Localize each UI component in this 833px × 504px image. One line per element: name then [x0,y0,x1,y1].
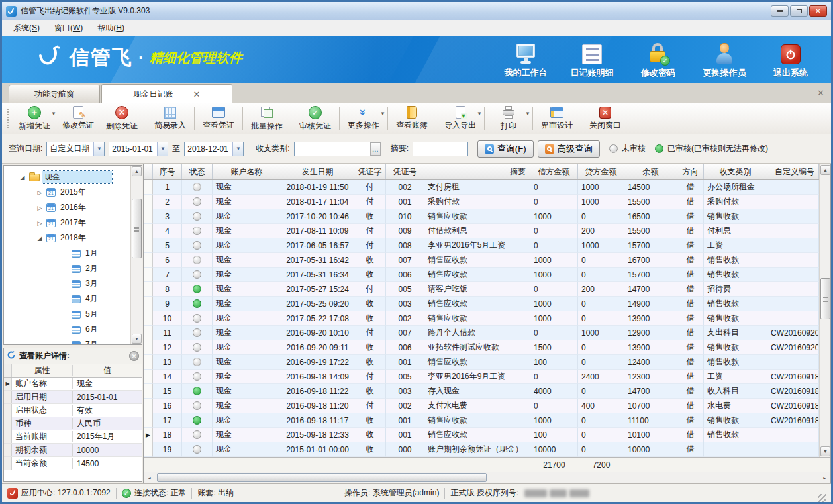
column-header-凭证字[interactable]: 凭证字 [354,164,386,179]
chevron-down-icon[interactable]: ▼ [477,111,482,117]
detail-row[interactable]: 币种人民币 [4,417,142,430]
category-input[interactable] [294,142,381,156]
toolbar-button-batch-operate[interactable]: 批量操作 [245,105,289,132]
column-header-凭证号[interactable]: 凭证号 [386,164,424,179]
toolbar-button-edit-voucher[interactable]: 修改凭证 [56,105,100,132]
scroll-down-icon[interactable]: ▼ [132,334,142,344]
header-action-journal-detail[interactable]: 日记账明细 [570,42,614,79]
tree-node-year-2017年[interactable]: ▷2017年 [36,215,130,230]
tree-node-root[interactable]: ◢现金 [19,170,130,185]
detail-row[interactable]: ▶账户名称现金 [4,378,142,391]
horizontal-scrollbar[interactable]: ◄ ► [144,472,830,483]
tree-expander-icon[interactable]: ▷ [36,220,44,227]
detail-row[interactable]: 启用状态有效 [4,404,142,417]
toolbar-button-more-actions[interactable]: »更多操作▼ [342,105,385,132]
chevron-down-icon[interactable]: ▼ [380,111,385,117]
toolbar-button-add-voucher[interactable]: +新增凭证▼ [13,105,56,132]
chevron-down-icon[interactable]: ▼ [51,111,56,117]
scroll-right-icon[interactable]: ► [820,473,830,482]
table-row[interactable]: 6现金2017-05-31 16:42收007销售应收款1000016700借销… [144,253,819,268]
resize-grip[interactable] [818,494,826,502]
table-row[interactable]: ▶18现金2015-09-18 12:33收001销售应收款100010100借… [144,428,819,442]
maximize-button[interactable] [790,5,808,17]
scroll-up-icon[interactable]: ▲ [820,165,830,175]
table-row[interactable]: 9现金2017-05-25 09:20收003销售应收款1000014900借销… [144,297,819,311]
scroll-up-icon[interactable]: ▲ [132,166,142,176]
tree-scrollbar[interactable]: ▲ ▼ [130,166,142,344]
table-row[interactable]: 17现金2016-09-18 11:17收001销售应收款1000011100借… [144,413,819,428]
toolbar-button-quick-entry[interactable]: 简易录入 [148,105,192,132]
table-row[interactable]: 12现金2016-09-20 09:11收006亚拓软件测试应收款1500013… [144,340,819,355]
detail-row[interactable]: 期初余额10000 [4,444,142,457]
search-button[interactable]: 查询(F) [477,140,534,158]
tree-expander-icon[interactable]: ▷ [36,205,44,211]
tree-node-month-3月[interactable]: 3月 [61,276,130,291]
detail-row[interactable]: 当前账期2015年1月 [4,430,142,444]
column-header-序号[interactable]: 序号 [153,164,182,179]
chevron-down-icon[interactable]: ▼ [232,142,243,156]
table-row[interactable]: 3现金2017-10-20 10:46收010销售应收款1000016500借销… [144,209,819,224]
detail-row[interactable]: 当前余额14500 [4,457,142,470]
table-row[interactable]: 8现金2017-05-27 15:24付005请客户吃饭020014700借招待… [144,282,819,297]
category-lookup-button[interactable]: … [370,142,381,156]
menu-item-help[interactable]: 帮助(H) [91,21,130,36]
column-header-自定义编号[interactable]: 自定义编号 [767,164,819,179]
detail-close-icon[interactable]: ✕ [129,351,139,361]
column-header-发生日期[interactable]: 发生日期 [281,164,354,179]
tree-expander-icon[interactable]: ◢ [36,235,44,242]
chevron-down-icon[interactable]: ▼ [93,142,104,156]
tree-node-month-4月[interactable]: 4月 [61,291,130,307]
tree-scrollbar-thumb[interactable] [132,199,142,258]
table-row[interactable]: 11现金2016-09-20 10:10付007路丹个人借款0100012900… [144,326,819,340]
horizontal-scrollbar-thumb[interactable] [157,473,487,482]
toolbar-button-delete-voucher[interactable]: ✕删除凭证 [100,105,144,132]
tree-node-year-2016年[interactable]: ▷2016年 [36,200,130,215]
column-header-贷方金额[interactable]: 贷方金额 [578,164,624,179]
column-header-状态[interactable]: 状态 [182,164,213,179]
menu-item-window[interactable]: 窗口(W) [48,21,89,36]
detail-row[interactable]: 启用日期2015-01-01 [4,391,142,404]
header-action-exit-system[interactable]: 退出系统 [769,42,812,79]
close-button[interactable]: ✕ [809,5,827,17]
table-row[interactable]: 19现金2015-01-01 00:00收000账户期初余额凭证（现金）1000… [144,442,819,457]
table-scrollbar-thumb[interactable] [820,278,830,319]
toolbar-button-ui-design[interactable]: 界面设计 [535,105,579,132]
table-row[interactable]: 2现金2018-01-17 11:04付001采购付款0100015500借采购… [144,195,819,209]
detail-header-attr[interactable]: 属性 [12,365,73,376]
tree-node-month-2月[interactable]: 2月 [61,261,130,276]
toolbar-button-import-export[interactable]: 导入导出▼ [438,105,482,132]
scroll-left-icon[interactable]: ◄ [144,473,154,482]
table-row[interactable]: 5现金2017-06-05 16:57付008李亚男2016年5月工资01000… [144,238,819,253]
table-row[interactable]: 7现金2017-05-31 16:34收006销售应收款1000015700借销… [144,268,819,282]
tree-node-month-7月[interactable]: 7月 [61,337,130,345]
chevron-down-icon[interactable]: ▼ [157,142,168,156]
table-row[interactable]: 16现金2016-09-18 11:20付002支付水电费040010700借水… [144,399,819,413]
toolbar-button-close-window[interactable]: ✕关闭窗口 [583,105,627,132]
detail-header-value[interactable]: 值 [73,365,142,376]
table-row[interactable]: 14现金2016-09-18 14:09付005李亚男2016年9月工资0240… [144,370,819,384]
table-row[interactable]: 4现金2017-08-11 10:09付009付借款利息020015500借付利… [144,224,819,238]
table-row[interactable]: 10现金2017-05-22 17:08收002销售应收款1000013900借… [144,311,819,326]
tab-strip-close-icon[interactable]: ✕ [817,88,824,98]
toolbar-button-view-voucher[interactable]: 查看凭证 [197,105,240,132]
header-action-workbench[interactable]: 我的工作台 [504,42,548,79]
advanced-search-button[interactable]: 高级查询 [538,140,600,158]
tree-node-year-2018年[interactable]: ◢2018年 [36,230,130,246]
toolbar-button-view-books[interactable]: 查看账簿 [390,105,434,132]
tree-node-month-5月[interactable]: 5月 [61,307,130,322]
column-header-摘要[interactable]: 摘要 [424,164,530,179]
refresh-icon[interactable] [7,350,16,362]
toolbar-button-print[interactable]: 打印▼ [487,105,530,132]
column-header-方向[interactable]: 方向 [677,164,704,179]
column-header-余额[interactable]: 余额 [624,164,677,179]
tree-node-month-1月[interactable]: 1月 [61,246,130,261]
toolbar-button-approve-voucher[interactable]: ✓审核凭证 [293,105,337,132]
tab-cash-journal[interactable]: 现金日记账✕ [101,84,232,103]
tab-close-icon[interactable]: ✕ [193,90,201,99]
tree-expander-icon[interactable]: ◢ [19,174,26,181]
chevron-down-icon[interactable]: ▼ [525,111,530,117]
column-header-借方金额[interactable]: 借方金额 [530,164,578,179]
scroll-down-icon[interactable]: ▼ [820,446,830,456]
table-row[interactable]: 15现金2016-09-18 11:22收003存入现金4000014700借收… [144,384,819,399]
table-row[interactable]: 1现金2018-01-19 11:50付002支付房租0100014500借办公… [144,180,819,195]
